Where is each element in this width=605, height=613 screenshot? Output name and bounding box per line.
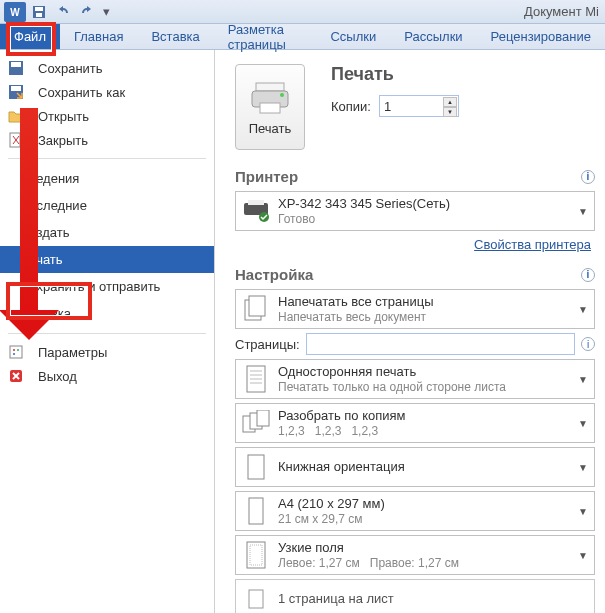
svg-rect-15 [256, 83, 284, 91]
svg-point-18 [280, 93, 284, 97]
undo-icon[interactable] [52, 2, 74, 22]
title-bar: W ▾ Документ Mi [0, 0, 605, 24]
sidebar-item-save[interactable]: Сохранить [0, 56, 214, 80]
printer-selector[interactable]: XP-342 343 345 Series(Сеть) Готово ▼ [235, 191, 595, 231]
printer-icon [242, 196, 270, 226]
chevron-down-icon: ▼ [578, 462, 588, 473]
svg-point-12 [17, 349, 19, 351]
copies-label: Копии: [331, 99, 371, 114]
options-icon [8, 344, 24, 360]
sidebar-cat-print[interactable]: Печать [0, 246, 214, 273]
svg-rect-28 [248, 455, 264, 479]
settings-heading: Настройка [235, 266, 313, 283]
pages-icon [242, 294, 270, 324]
collate-icon [242, 408, 270, 438]
sidebar-item-exit[interactable]: Выход [0, 364, 214, 388]
pages-input[interactable] [306, 333, 575, 355]
info-icon[interactable]: i [581, 170, 595, 184]
close-doc-icon [8, 132, 24, 148]
info-icon[interactable]: i [581, 337, 595, 351]
svg-text:W: W [10, 7, 20, 18]
save-as-icon [8, 84, 24, 100]
save-icon [8, 60, 24, 76]
orientation-selector[interactable]: Книжная ориентация ▼ [235, 447, 595, 487]
chevron-down-icon: ▼ [578, 418, 588, 429]
spin-down-icon[interactable]: ▼ [443, 107, 457, 117]
chevron-down-icon: ▼ [578, 506, 588, 517]
svg-rect-4 [36, 13, 42, 17]
open-folder-icon [8, 108, 24, 124]
quick-access-toolbar: W ▾ [4, 2, 112, 22]
sidebar-cat-help[interactable]: Справка [0, 300, 214, 327]
svg-rect-32 [249, 590, 263, 608]
backstage-sidebar: Сохранить Сохранить как Открыть Закрыть … [0, 50, 215, 613]
tab-home[interactable]: Главная [60, 24, 137, 49]
ribbon-tabs: Файл Главная Вставка Разметка страницы С… [0, 24, 605, 50]
one-page-icon [242, 584, 270, 613]
print-heading: Печать [331, 64, 459, 85]
margins-icon [242, 540, 270, 570]
margins-selector[interactable]: Узкие поля Левое: 1,27 см Правое: 1,27 с… [235, 535, 595, 575]
sidebar-item-close[interactable]: Закрыть [0, 128, 214, 152]
sidebar-item-save-as[interactable]: Сохранить как [0, 80, 214, 104]
page-size-icon [242, 496, 270, 526]
svg-rect-29 [249, 498, 263, 524]
pages-label: Страницы: [235, 337, 300, 352]
svg-point-11 [13, 349, 15, 351]
tab-review[interactable]: Рецензирование [477, 24, 605, 49]
sidebar-item-open[interactable]: Открыть [0, 104, 214, 128]
paper-size-selector[interactable]: A4 (210 x 297 мм) 21 см x 29,7 см ▼ [235, 491, 595, 531]
pages-per-sheet-selector[interactable]: 1 страница на лист [235, 579, 595, 613]
tab-references[interactable]: Ссылки [316, 24, 390, 49]
print-range-selector[interactable]: Напечатать все страницы Напечатать весь … [235, 289, 595, 329]
print-button[interactable]: Печать [235, 64, 305, 150]
chevron-down-icon: ▼ [578, 550, 588, 561]
printer-properties-link[interactable]: Свойства принтера [235, 237, 591, 252]
chevron-down-icon: ▼ [578, 304, 588, 315]
sidebar-cat-info[interactable]: Сведения [0, 165, 214, 192]
svg-rect-6 [11, 62, 21, 67]
collate-selector[interactable]: Разобрать по копиям 1,2,3 1,2,3 1,2,3 ▼ [235, 403, 595, 443]
copies-input[interactable]: 1 ▲ ▼ [379, 95, 459, 117]
svg-rect-3 [35, 7, 43, 11]
svg-rect-9 [10, 133, 20, 147]
svg-rect-20 [248, 200, 264, 205]
sidebar-cat-new[interactable]: Создать [0, 219, 214, 246]
exit-icon [8, 368, 24, 384]
qat-customize-icon[interactable]: ▾ [100, 2, 112, 22]
svg-rect-23 [249, 296, 265, 316]
svg-rect-27 [257, 410, 269, 426]
svg-rect-17 [260, 103, 280, 113]
print-panel: Печать Печать Копии: 1 ▲ ▼ Принтер [215, 50, 605, 613]
portrait-icon [242, 452, 270, 482]
redo-icon[interactable] [76, 2, 98, 22]
spin-up-icon[interactable]: ▲ [443, 97, 457, 107]
tab-insert[interactable]: Вставка [137, 24, 213, 49]
sides-selector[interactable]: Односторонняя печать Печатать только на … [235, 359, 595, 399]
tab-file[interactable]: Файл [0, 24, 60, 49]
svg-rect-8 [11, 86, 21, 91]
one-side-icon [242, 364, 270, 394]
printer-icon [250, 79, 290, 115]
sidebar-cat-save-send[interactable]: Сохранить и отправить [0, 273, 214, 300]
printer-heading: Принтер [235, 168, 298, 185]
chevron-down-icon: ▼ [578, 206, 588, 217]
word-app-icon[interactable]: W [4, 2, 26, 22]
tab-page-layout[interactable]: Разметка страницы [214, 24, 317, 49]
sidebar-cat-recent[interactable]: Последние [0, 192, 214, 219]
document-title: Документ Mi [524, 4, 599, 19]
chevron-down-icon: ▼ [578, 374, 588, 385]
tab-mailings[interactable]: Рассылки [390, 24, 476, 49]
save-icon[interactable] [28, 2, 50, 22]
svg-point-13 [13, 353, 15, 355]
info-icon[interactable]: i [581, 268, 595, 282]
sidebar-item-options[interactable]: Параметры [0, 340, 214, 364]
svg-rect-10 [10, 346, 22, 358]
